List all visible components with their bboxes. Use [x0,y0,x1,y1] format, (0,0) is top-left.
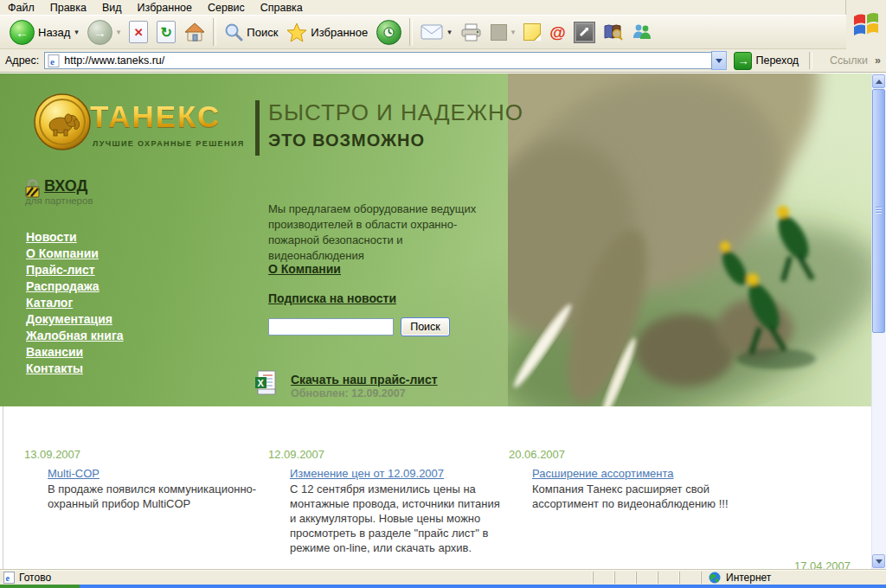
site-search-input[interactable] [268,318,394,336]
mail-button[interactable]: ▾ [416,22,456,42]
forward-button[interactable]: → ▾ [83,18,125,47]
ie-document-icon: e [3,572,15,584]
mail-dropdown-icon[interactable]: ▾ [447,28,452,36]
login-link[interactable]: ВХОД [44,177,87,195]
partner-login[interactable]: ВХОД для партнеров [25,177,93,206]
history-button[interactable] [372,18,406,47]
dictionary-button[interactable] [599,22,627,42]
windows-logo-icon [853,11,879,39]
site-logo[interactable] [33,93,92,155]
forward-dropdown-icon: ▾ [117,28,121,36]
addressbar-separator [809,52,812,69]
status-bar: e Готово Интернет [0,569,886,585]
status-ready-label: Готово [19,572,51,584]
news-link-assortment[interactable]: Расширение ассортимента [532,467,674,480]
throbber [845,0,886,50]
page-viewport: ТАНЕКС ЛУЧШИЕ ОХРАННЫЕ РЕШЕНИЯ ВХОД для … [0,74,871,569]
nav-sale[interactable]: Распродажа [26,279,124,296]
search-label: Поиск [247,26,278,39]
edit-dropdown-icon: ▾ [511,28,516,36]
search-button[interactable]: Поиск [220,21,282,43]
sidebar-nav: Новости О Компании Прайс-лист Распродажа… [26,230,124,378]
home-button[interactable] [180,21,209,43]
scroll-down-button[interactable] [872,554,885,568]
toolbar: ← Назад ▾ → ▾ ✕ ↻ Поиск Избранное [0,15,846,49]
nav-contacts[interactable]: Контакты [26,361,124,378]
menu-edit[interactable]: Правка [42,2,94,14]
logo-tagline: ЛУЧШИЕ ОХРАННЫЕ РЕШЕНИЯ [93,139,245,148]
kaspersky-icon [575,22,594,42]
book-magnifier-icon [603,23,623,41]
menu-view[interactable]: Вид [94,2,130,14]
mailru-agent-button[interactable]: @ [545,22,570,42]
favorites-button[interactable]: Избранное [282,21,372,44]
elephant-coin-icon [33,93,92,151]
news-text: С 12 сентября изменились цены на монтажн… [290,482,508,555]
back-button[interactable]: ← Назад ▾ [5,18,83,47]
sticky-note-icon [523,23,541,41]
svg-text:e: e [50,55,55,66]
ie-page-icon: e [48,54,61,67]
nav-news[interactable]: Новости [26,230,124,246]
about-company-link[interactable]: О Компании [268,262,341,276]
address-dropdown[interactable] [711,51,727,70]
links-label[interactable]: Ссылки [830,54,868,67]
toolbar-separator [409,18,413,46]
menu-tools[interactable]: Сервис [200,2,253,14]
pricelist-updated-label: Обновлен: 12.09.2007 [291,387,406,399]
refresh-button[interactable]: ↻ [152,19,180,45]
hero-paragraph: Мы предлагаем оборудование ведущих произ… [268,201,480,264]
subscribe-news-link[interactable]: Подписка на новости [268,291,396,305]
menu-help[interactable]: Справка [253,2,311,14]
news-link-price-change[interactable]: Изменение цен от 12.09.2007 [290,467,444,480]
antivirus-button[interactable] [570,21,599,44]
svg-text:e: e [6,573,10,583]
internet-globe-icon [709,572,721,584]
menu-favorites[interactable]: Избранное [130,2,200,14]
news-date-partial: 17.04.2007 [794,559,851,569]
home-icon [184,22,205,42]
address-label: Адрес: [5,54,39,67]
excel-file-icon[interactable]: X [254,370,277,396]
edit-button[interactable]: ▾ [486,22,520,42]
content-left-border [3,406,3,569]
scroll-thumb[interactable] [872,89,885,333]
stop-button[interactable]: ✕ [125,19,152,45]
news-date: 20.06.2007 [509,448,565,461]
site-search-button[interactable]: Поиск [401,317,450,336]
stop-icon: ✕ [129,21,148,43]
svg-text:X: X [258,378,265,388]
status-left: e Готово [0,572,593,584]
menu-file[interactable]: Файл [0,2,42,14]
history-icon [376,20,401,45]
news-section: 13.09.2007 Multi-COP В продаже появился … [0,406,871,569]
search-icon [224,22,243,42]
notes-button[interactable] [519,22,545,42]
nav-catalog[interactable]: Каталог [26,296,124,312]
status-cell [593,572,614,584]
status-cell [614,572,636,584]
scroll-up-button[interactable] [872,74,885,88]
nav-complaints[interactable]: Жалобная книга [26,329,124,345]
nav-vacancies[interactable]: Вакансии [26,345,124,361]
at-sign-icon: @ [549,24,566,41]
nav-docs[interactable]: Документация [26,312,124,329]
nav-pricelist[interactable]: Прайс-лист [26,263,124,279]
messenger-button[interactable] [627,22,656,42]
favorites-star-icon [286,22,307,42]
address-input[interactable]: e http://www.taneks.ru/ [44,52,712,69]
padlock-icon [25,179,40,199]
vertical-scrollbar[interactable] [871,74,886,569]
logo-title[interactable]: ТАНЕКС [90,99,221,134]
news-link-multicop[interactable]: Multi-COP [48,467,100,480]
print-button[interactable] [456,22,486,43]
links-chevron-icon[interactable]: » [875,54,881,67]
download-pricelist-link[interactable]: Скачать наш прайс-лист [291,373,438,387]
hero-subtitle: ЭТО ВОЗМОЖНО [268,131,425,150]
go-button[interactable]: → Переход [734,52,799,70]
news-text: Компания Танекс расширяет свой ассортиме… [532,482,759,511]
back-dropdown-icon[interactable]: ▾ [74,28,79,36]
news-date: 12.09.2007 [268,448,324,461]
nav-about[interactable]: О Компании [26,246,124,263]
hero-section: ТАНЕКС ЛУЧШИЕ ОХРАННЫЕ РЕШЕНИЯ ВХОД для … [0,74,871,406]
